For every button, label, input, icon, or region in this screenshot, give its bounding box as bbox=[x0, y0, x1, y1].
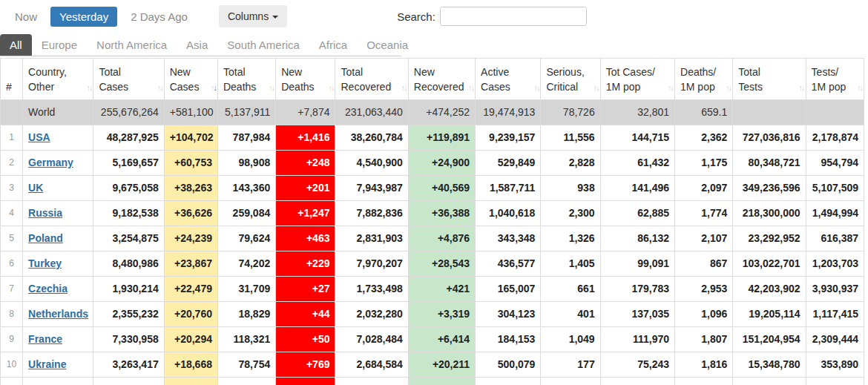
tests_per_1m-cell: 353,890 bbox=[806, 352, 864, 378]
new_deaths-cell: +1,247 bbox=[276, 201, 335, 226]
new_deaths-cell: +201 bbox=[276, 176, 335, 201]
total_cases-cell: 9,182,538 bbox=[93, 201, 164, 226]
total_deaths-cell: 18,829 bbox=[217, 302, 275, 327]
total_deaths-cell: 118,321 bbox=[217, 327, 275, 352]
country-row-germany: 2Germany5,169,657+60,75398,908+2484,540,… bbox=[1, 151, 864, 176]
continent-tab-oceania[interactable]: Oceania bbox=[357, 34, 418, 56]
column-header-new_cases[interactable]: NewCases↑↓ bbox=[164, 59, 217, 100]
total_recovered-cell: 1,733,498 bbox=[335, 277, 408, 302]
toolbar: NowYesterday2 Days Ago Columns Search: bbox=[0, 0, 868, 31]
row-rank: 3 bbox=[1, 176, 23, 201]
continent-tab-north-america[interactable]: North America bbox=[87, 34, 177, 56]
country-link-ukraine[interactable]: Ukraine bbox=[28, 358, 66, 370]
new_recovered-cell: +24,900 bbox=[408, 151, 475, 176]
country-link-uk[interactable]: UK bbox=[28, 182, 43, 194]
row-rank: 8 bbox=[1, 302, 23, 327]
column-header-total_tests[interactable]: TotalTests↑↓ bbox=[733, 59, 806, 100]
country-link-czechia[interactable]: Czechia bbox=[28, 283, 68, 294]
continent-tab-asia[interactable]: Asia bbox=[177, 34, 217, 56]
country-link-poland[interactable]: Poland bbox=[28, 232, 63, 244]
countries-table: #Country,Other↑↓TotalCases↑↓NewCases↑↓To… bbox=[0, 58, 864, 385]
time-tabs: NowYesterday2 Days Ago bbox=[6, 7, 201, 27]
total_tests-cell: 23,292,952 bbox=[733, 226, 806, 251]
tests_per_1m-cell: 954,794 bbox=[806, 151, 864, 176]
country-row-usa: 1USA48,287,925+104,702787,984+1,41638,26… bbox=[1, 125, 864, 151]
search-input[interactable] bbox=[440, 7, 587, 26]
active_cases-cell: 9,239,157 bbox=[476, 125, 541, 151]
active_cases-cell: 529,849 bbox=[476, 151, 541, 176]
deaths_per_1m-cell: 659.1 bbox=[675, 100, 733, 125]
serious_critical-cell: 11,556 bbox=[541, 125, 600, 151]
country-row-russia: 4Russia9,182,538+36,626259,084+1,2477,88… bbox=[1, 201, 864, 226]
total_tests-cell bbox=[733, 100, 806, 125]
total_deaths-cell: 79,624 bbox=[217, 226, 275, 251]
partial-row bbox=[1, 378, 864, 385]
column-header-new_recovered[interactable]: NewRecovered↑↓ bbox=[408, 59, 475, 100]
serious_critical-cell: 78,726 bbox=[541, 100, 600, 125]
world-totals-row: World255,676,264+581,1005,137,911+7,8742… bbox=[1, 100, 864, 125]
active_cases-cell: 165,007 bbox=[476, 277, 541, 302]
country-link-usa[interactable]: USA bbox=[28, 131, 50, 143]
total_tests-cell: 727,036,816 bbox=[733, 125, 806, 151]
new_recovered-cell: +6,414 bbox=[408, 327, 475, 352]
time-tab-2-days-ago[interactable]: 2 Days Ago bbox=[122, 7, 197, 27]
sort-icon: ↑↓ bbox=[668, 83, 673, 92]
time-tab-yesterday[interactable]: Yesterday bbox=[50, 7, 117, 27]
deaths_per_1m-cell: 1,774 bbox=[675, 201, 733, 226]
active_cases-cell: 343,348 bbox=[476, 226, 541, 251]
column-header-active_cases[interactable]: ActiveCases↑↓ bbox=[476, 59, 541, 100]
column-header-country[interactable]: Country,Other↑↓ bbox=[23, 59, 93, 100]
country-link-netherlands[interactable]: Netherlands bbox=[28, 308, 88, 320]
deaths_per_1m-cell: 2,097 bbox=[675, 176, 733, 201]
total_recovered-cell: 2,684,584 bbox=[335, 352, 408, 378]
row-rank: 1 bbox=[1, 125, 23, 151]
sort-icon: ↑↓ bbox=[533, 83, 539, 92]
deaths_per_1m-cell: 1,816 bbox=[675, 352, 733, 378]
total_deaths-cell: 98,908 bbox=[217, 151, 275, 176]
time-tab-now[interactable]: Now bbox=[6, 7, 46, 27]
column-header-tests_per_1m[interactable]: Tests/1M pop↑↓ bbox=[806, 59, 864, 100]
column-header-new_deaths[interactable]: NewDeaths↑↓ bbox=[276, 59, 335, 100]
serious_critical-cell: 938 bbox=[541, 176, 600, 201]
deaths_per_1m-cell: 1,175 bbox=[675, 151, 733, 176]
column-header-serious_critical[interactable]: Serious,Critical↑↓ bbox=[541, 59, 600, 100]
cases_per_1m-cell: 111,970 bbox=[600, 327, 674, 352]
sort-icon: ↑↓ bbox=[594, 83, 599, 92]
serious_critical-cell: 661 bbox=[541, 277, 600, 302]
sort-icon: ↑↓ bbox=[157, 83, 162, 92]
new_recovered-cell: +421 bbox=[408, 277, 475, 302]
tests_per_1m-cell: 1,203,703 bbox=[806, 251, 864, 277]
new_cases-cell: +18,668 bbox=[164, 352, 217, 378]
column-header-cases_per_1m[interactable]: Tot Cases/1M pop↑↓ bbox=[600, 59, 674, 100]
country-link-russia[interactable]: Russia bbox=[28, 207, 62, 219]
continent-tab-all[interactable]: All bbox=[0, 34, 32, 56]
sort-icon: ↑↓ bbox=[857, 83, 862, 92]
country-link-germany[interactable]: Germany bbox=[28, 157, 73, 168]
search-label: Search: bbox=[397, 10, 435, 23]
new_recovered-cell: +474,252 bbox=[408, 100, 475, 125]
row-rank: 2 bbox=[1, 151, 23, 176]
continent-tab-africa[interactable]: Africa bbox=[309, 34, 357, 56]
country-link-turkey[interactable]: Turkey bbox=[28, 257, 62, 269]
new_cases-cell: +104,702 bbox=[164, 125, 217, 151]
new_recovered-cell: +20,211 bbox=[408, 352, 475, 378]
country-link-france[interactable]: France bbox=[28, 333, 62, 345]
continent-tabs: AllEuropeNorth AmericaAsiaSouth AmericaA… bbox=[0, 34, 401, 56]
total_recovered-cell: 231,063,440 bbox=[335, 100, 408, 125]
serious_critical-cell: 2,300 bbox=[541, 201, 600, 226]
columns-button[interactable]: Columns bbox=[219, 5, 287, 27]
column-header-deaths_per_1m[interactable]: Deaths/1M pop↑↓ bbox=[675, 59, 733, 100]
country-row-netherlands: 8Netherlands2,355,232+20,76018,829+442,0… bbox=[1, 302, 864, 327]
column-header-total_cases[interactable]: TotalCases↑↓ bbox=[93, 59, 164, 100]
world-label: World bbox=[23, 100, 93, 125]
column-header-total_recovered[interactable]: TotalRecovered↑↓ bbox=[335, 59, 408, 100]
new_cases-cell: +22,479 bbox=[164, 277, 217, 302]
continent-tab-south-america[interactable]: South America bbox=[217, 34, 309, 56]
serious_critical-cell: 2,828 bbox=[541, 151, 600, 176]
cases_per_1m-cell: 179,783 bbox=[600, 277, 674, 302]
new_cases-cell: +38,263 bbox=[164, 176, 217, 201]
row-rank: 7 bbox=[1, 277, 23, 302]
continent-tab-europe[interactable]: Europe bbox=[32, 34, 87, 56]
column-header-total_deaths[interactable]: TotalDeaths↑↓ bbox=[217, 59, 275, 100]
new_recovered-cell: +119,891 bbox=[408, 125, 475, 151]
